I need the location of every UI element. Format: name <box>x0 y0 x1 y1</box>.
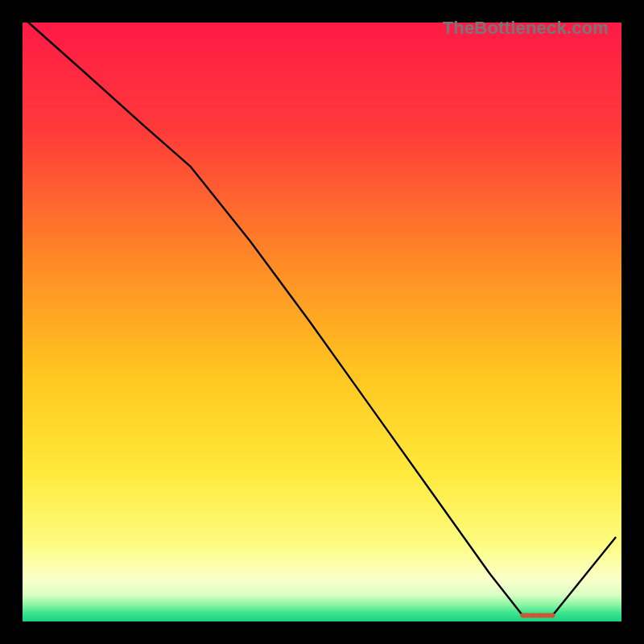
bottleneck-chart-canvas <box>16 16 628 628</box>
chart-frame: TheBottleneck.com <box>16 16 628 628</box>
watermark-text: TheBottleneck.com <box>443 18 609 39</box>
